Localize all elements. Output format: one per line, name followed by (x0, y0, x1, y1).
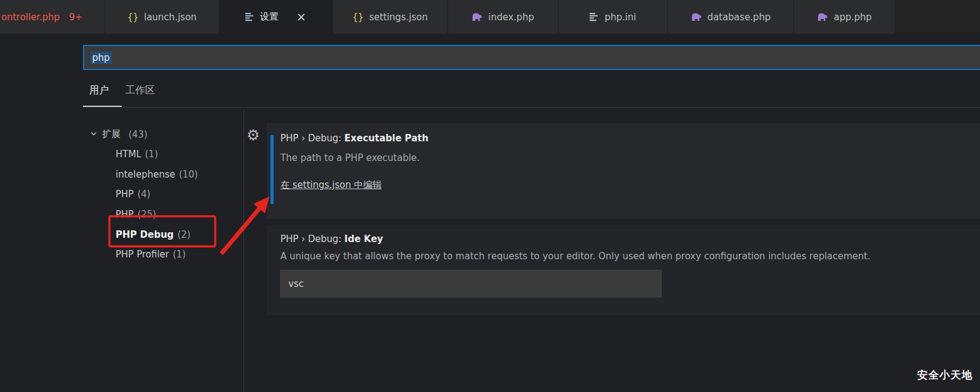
toc-label: PHP (116, 209, 133, 220)
json-braces-icon: {} (127, 12, 138, 23)
ide-key-input[interactable] (280, 270, 662, 297)
settings-search-input[interactable]: php (83, 45, 980, 70)
scope-divider-line (82, 107, 980, 108)
setting-name: Ide Key (344, 233, 383, 245)
tab-php-ini[interactable]: php.ini (559, 0, 667, 34)
toc-item-html[interactable]: HTML (1) (90, 144, 240, 165)
tab-scope-user[interactable]: 用户 (89, 84, 109, 97)
tab-label: ontroller.php (1, 12, 60, 23)
setting-name: Executable Path (344, 133, 429, 144)
setting-category: PHP › Debug: (280, 133, 344, 144)
toc-label: 扩展 (102, 128, 121, 140)
toc-count: (4) (137, 189, 150, 200)
toc-item-intelephense[interactable]: intelephense (10) (90, 165, 240, 185)
toc-item-php-4[interactable]: PHP (4) (90, 184, 240, 205)
tab-settings[interactable]: 设置 × (219, 0, 332, 34)
gear-icon[interactable]: ⚙ (247, 128, 260, 143)
settings-scope-tabs: 用户 工作区 (89, 84, 155, 97)
vscode-settings-window: ontroller.php9+ {} launch.json 设置 × {} s… (0, 0, 980, 392)
tab-scope-workspace[interactable]: 工作区 (125, 84, 155, 97)
tab-label: app.php (834, 12, 872, 23)
tab-label: php.ini (604, 12, 636, 23)
close-icon[interactable]: × (296, 11, 306, 23)
toc-label: PHP Profiler (116, 249, 169, 260)
toc-label: HTML (116, 149, 141, 160)
tab-app-php[interactable]: app.php (794, 0, 895, 34)
toc-item-php-debug[interactable]: PHP Debug (2) (90, 224, 240, 245)
watermark-text: 安全小天地 (917, 368, 973, 382)
toc-label: PHP (116, 189, 133, 200)
json-braces-icon: {} (352, 12, 363, 23)
tab-database-php[interactable]: database.php (668, 0, 793, 34)
chevron-down-icon (90, 129, 98, 140)
setting-row-ide-key[interactable]: PHP › Debug: Ide Key A unique key that a… (267, 225, 980, 315)
setting-title: PHP › Debug: Ide Key (280, 233, 980, 245)
modified-indicator-bar (271, 135, 274, 204)
toc-count: (2) (178, 229, 191, 240)
setting-row-executable-path[interactable]: PHP › Debug: Executable Path The path to… (267, 123, 980, 219)
toc-count: (25) (137, 209, 156, 220)
php-elephant-icon (817, 12, 828, 22)
toc-item-php-profiler[interactable]: PHP Profiler (1) (90, 245, 240, 265)
problem-count-badge: 9+ (69, 12, 82, 23)
setting-title: PHP › Debug: Executable Path (280, 133, 980, 144)
toc-count: (1) (173, 249, 186, 260)
tab-label: index.php (488, 12, 534, 23)
setting-category: PHP › Debug: (280, 233, 344, 245)
setting-description: The path to a PHP executable. (280, 152, 980, 163)
list-icon (590, 12, 599, 22)
tab-settings-json[interactable]: {} settings.json (333, 0, 447, 34)
php-elephant-icon (472, 12, 483, 22)
setting-description: A unique key that allows the proxy to ma… (280, 251, 980, 262)
settings-list: PHP › Debug: Executable Path The path to… (267, 123, 980, 315)
edit-in-settings-json-link[interactable]: 在 settings.json 中编辑 (280, 179, 382, 191)
editor-tab-bar: ontroller.php9+ {} launch.json 设置 × {} s… (0, 0, 980, 34)
tab-index-php[interactable]: index.php (448, 0, 558, 34)
tab-launch-json[interactable]: {} launch.json (106, 0, 218, 34)
tab-controller-php[interactable]: ontroller.php9+ (0, 0, 105, 34)
tab-label: launch.json (144, 12, 197, 23)
tab-label: settings.json (369, 12, 427, 23)
toc-content-separator (243, 109, 244, 392)
search-query-selected-text: php (90, 52, 112, 64)
toc-label: intelephense (116, 169, 175, 180)
toc-item-php-25[interactable]: PHP (25) (90, 205, 240, 225)
toc-count: (1) (145, 149, 158, 160)
php-elephant-icon (691, 12, 702, 22)
tab-label: 设置 (260, 11, 279, 23)
toc-count: (43) (128, 129, 148, 140)
tab-label: database.php (708, 12, 771, 23)
settings-list-icon (245, 12, 255, 22)
settings-toc-tree: 扩展 (43) HTML (1) intelephense (10) PHP (… (90, 124, 240, 265)
toc-label: PHP Debug (116, 229, 174, 240)
toc-count: (10) (179, 169, 198, 180)
toc-item-extensions[interactable]: 扩展 (43) (90, 124, 240, 144)
